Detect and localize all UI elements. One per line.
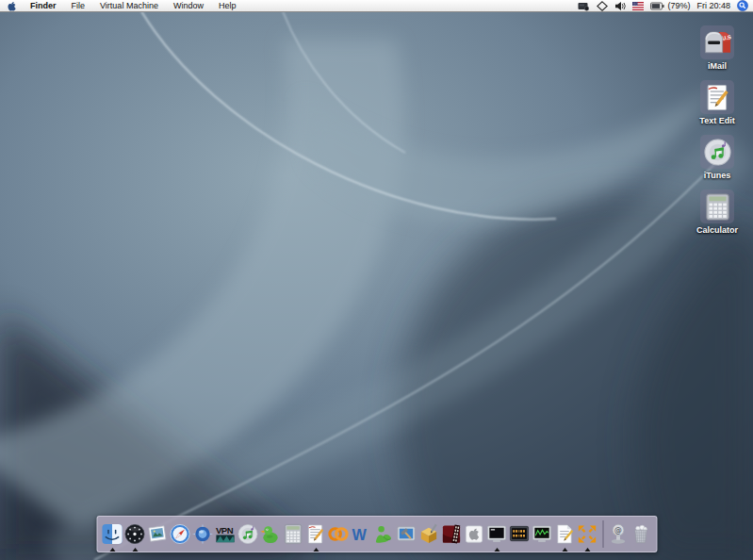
svg-text:@: @ [614, 525, 622, 535]
preview-dock-icon[interactable] [146, 521, 169, 548]
orange-arrows-dock-icon[interactable] [576, 521, 598, 548]
script-doc-dock-icon[interactable] [553, 521, 576, 548]
calculator-dock-icon[interactable] [282, 521, 304, 548]
running-indicator [132, 548, 138, 552]
menu-file[interactable]: File [64, 0, 93, 11]
diamond-icon[interactable] [597, 1, 608, 11]
vpn-dock-icon[interactable]: VPN [214, 521, 237, 548]
adium-duck-dock-icon[interactable] [259, 521, 282, 548]
running-indicator [562, 548, 567, 552]
desktop-icon-imail[interactable]: U.SiMail [683, 25, 751, 71]
battery-icon[interactable]: (79%) [650, 1, 690, 10]
desktop-icon-label: Calculator [696, 225, 738, 235]
vm-status-icon[interactable] [578, 1, 590, 11]
running-indicator [584, 548, 590, 552]
terminal-dock-icon[interactable] [485, 521, 508, 548]
ms-office-dock-icon[interactable] [327, 521, 350, 548]
textedit-icon [700, 80, 734, 114]
spotlight-icon[interactable] [737, 0, 748, 11]
xcode-dock-icon[interactable] [395, 521, 417, 548]
itunes-dock-icon[interactable] [237, 521, 259, 548]
apple-card-dock-icon[interactable] [463, 521, 485, 548]
menu-virtual-machine[interactable]: Virtual Machine [92, 0, 166, 11]
dock: VPNW@ [96, 516, 657, 552]
menu-finder[interactable]: Finder [23, 0, 64, 11]
menu-bar-clock[interactable]: Fri 20:48 [696, 1, 730, 10]
ms-messenger-dock-icon[interactable] [372, 521, 395, 548]
gold-box-pen-dock-icon[interactable] [417, 521, 440, 548]
menu-bar: FinderFileVirtual MachineWindowHelp (79%… [0, 0, 753, 12]
finder-dock-icon[interactable] [101, 521, 123, 548]
menu-window[interactable]: Window [166, 0, 211, 11]
svg-text:VPN: VPN [216, 525, 234, 535]
clock-orb-dock-icon[interactable] [123, 521, 146, 548]
red-filmstrip-dock-icon[interactable] [440, 521, 463, 548]
desktop-icon-itunes[interactable]: iTunes [683, 135, 751, 180]
apple-menu-icon[interactable] [5, 1, 23, 11]
calculator-icon [700, 189, 734, 223]
itunes-icon [700, 135, 734, 169]
desktop-icon-label: iMail [708, 61, 727, 71]
led-display-dock-icon[interactable] [508, 521, 531, 548]
desktop-icon-label: Text Edit [699, 116, 734, 125]
running-indicator [109, 548, 115, 552]
desktop-icon-column: U.SiMailText EditiTunesCalculator [683, 25, 751, 235]
battery-percent: (79%) [667, 1, 690, 10]
desktop-icon-calculator[interactable]: Calculator [683, 189, 751, 235]
desktop-icon-label: iTunes [704, 171, 730, 180]
running-indicator [494, 548, 499, 552]
mailbox-icon: U.S [700, 25, 734, 59]
trash-dock-icon[interactable] [630, 521, 652, 548]
wallpaper [0, 11, 753, 560]
ms-word-dock-icon[interactable]: W [350, 521, 372, 548]
running-indicator [313, 548, 319, 552]
menu-help[interactable]: Help [211, 0, 244, 11]
oscilloscope-dock-icon[interactable] [531, 521, 553, 548]
volume-icon[interactable] [614, 1, 626, 11]
desktop-icon-text-edit[interactable]: Text Edit [683, 80, 751, 125]
textedit-dock-icon[interactable] [304, 521, 327, 548]
dock-separator [602, 520, 603, 548]
network-globe-dock-icon[interactable] [191, 521, 214, 548]
desktop-screen: FinderFileVirtual MachineWindowHelp (79%… [0, 0, 753, 560]
svg-text:W: W [352, 526, 368, 543]
safari-dock-icon[interactable] [169, 521, 191, 548]
at-stamp-dock-icon[interactable]: @ [607, 521, 630, 548]
us-flag-icon[interactable] [632, 2, 644, 10]
